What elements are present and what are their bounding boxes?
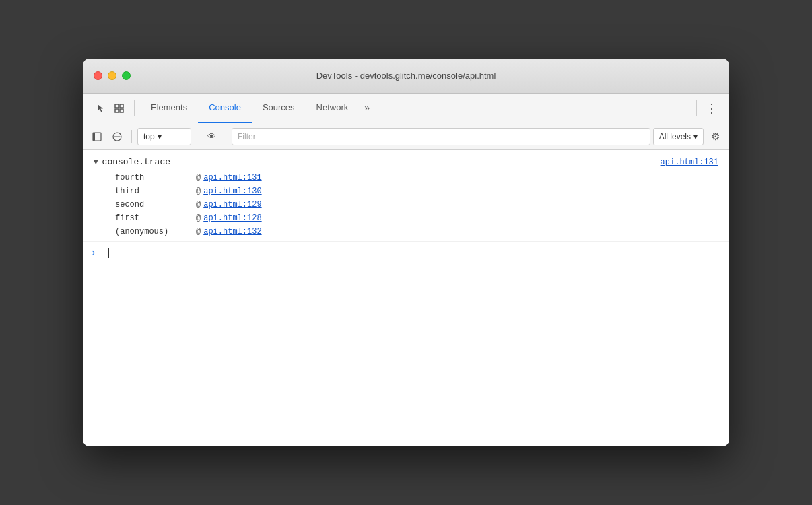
table-row: second @ api.html:129 [83,198,729,211]
console-toolbar: top ▾ 👁 All levels ▾ ⚙ [83,123,729,150]
at-symbol: @ [196,213,201,223]
console-trace-entry: ▼ console.trace api.html:131 fourth @ ap… [83,150,729,242]
tab-sources[interactable]: Sources [252,94,306,123]
close-button[interactable] [94,71,102,80]
func-name: first [115,213,196,223]
console-sep-2 [197,130,197,143]
cursor-icon-btn[interactable] [91,99,110,118]
table-row: fourth @ api.html:131 [83,171,729,184]
func-name: second [115,200,196,209]
at-symbol: @ [196,200,201,209]
source-link[interactable]: api.html:131 [203,173,261,182]
console-prompt-icon: › [91,248,96,258]
window-title: DevTools - devtools.glitch.me/console/ap… [316,71,496,81]
maximize-button[interactable] [122,71,131,80]
svg-rect-5 [93,133,95,141]
tab-console[interactable]: Console [198,94,252,123]
source-link[interactable]: api.html:129 [203,200,261,209]
func-name: (anonymous) [115,227,196,236]
table-row: third @ api.html:130 [83,184,729,198]
tab-more[interactable]: » [359,94,375,123]
trace-name: console.trace [102,157,170,167]
svg-rect-0 [115,104,119,108]
titlebar: DevTools - devtools.glitch.me/console/ap… [83,59,729,94]
console-sep-3 [226,130,226,143]
inspect-icon-btn[interactable] [110,99,129,118]
table-row: first @ api.html:128 [83,211,729,225]
console-input[interactable] [102,248,109,258]
expand-arrow-icon[interactable]: ▼ [94,158,98,166]
source-link[interactable]: api.html:130 [203,187,261,196]
console-sep-1 [131,130,132,143]
trace-header-left: ▼ console.trace [94,157,170,167]
more-options-button[interactable]: ⋮ [702,99,721,118]
func-name: third [115,187,196,196]
func-name: fourth [115,173,196,182]
traffic-lights [94,71,131,80]
toolbar-separator-2 [696,100,697,116]
sidebar-toggle-button[interactable] [88,128,106,145]
trace-source-link[interactable]: api.html:131 [661,158,718,167]
tab-network[interactable]: Network [306,94,360,123]
svg-rect-2 [115,109,119,112]
toolbar-separator-1 [134,100,135,116]
svg-rect-1 [120,104,123,108]
source-link[interactable]: api.html:128 [203,213,261,223]
at-symbol: @ [196,187,201,196]
trace-header: ▼ console.trace api.html:131 [83,153,729,171]
source-link[interactable]: api.html:132 [203,227,261,236]
context-selector[interactable]: top ▾ [137,128,191,145]
clear-console-button[interactable] [108,128,126,145]
tab-toolbar: Elements Console Sources Network » ⋮ [83,94,729,123]
console-output: ▼ console.trace api.html:131 fourth @ ap… [83,150,729,446]
tab-navigation: Elements Console Sources Network » [140,94,691,123]
at-symbol: @ [196,227,201,236]
log-levels-button[interactable]: All levels ▾ [653,128,704,145]
eye-button[interactable]: 👁 [203,128,220,145]
filter-input[interactable] [232,128,650,145]
table-row: (anonymous) @ api.html:132 [83,225,729,238]
console-input-row: › [83,242,729,263]
devtools-window: DevTools - devtools.glitch.me/console/ap… [83,59,729,446]
minimize-button[interactable] [108,71,116,80]
tab-elements[interactable]: Elements [140,94,198,123]
at-symbol: @ [196,173,201,182]
svg-rect-3 [120,109,123,112]
settings-button[interactable]: ⚙ [706,128,724,145]
